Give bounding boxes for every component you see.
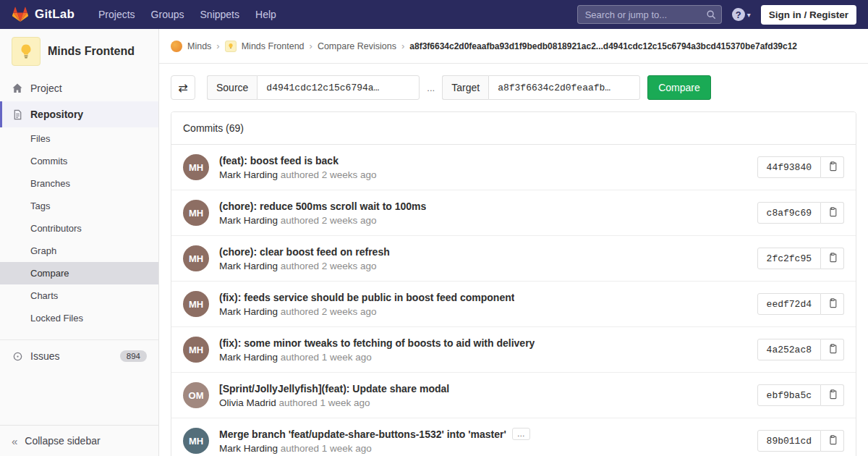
commit-sha-link[interactable]: eedf72d4 [757, 293, 821, 315]
commit-title-link[interactable]: (fix): some minor tweaks to fetching of … [219, 337, 535, 349]
commit-author-avatar: MH [183, 291, 209, 317]
commit-sha-group: ebf9ba5c [757, 384, 844, 406]
commit-meta: Mark Harding authored 1 week ago [219, 352, 747, 363]
commit-author-link[interactable]: Mark Harding [219, 352, 278, 363]
commit-sha-link[interactable]: 44f93840 [757, 156, 821, 178]
sidebar-section-repository: Repository Files Commits Branches Tags [0, 101, 158, 329]
commit-authored-time: authored 1 week ago [278, 352, 372, 363]
sidebar-item-repository[interactable]: Repository [0, 101, 158, 127]
breadcrumb-page-link[interactable]: Compare Revisions [318, 41, 396, 51]
copy-sha-button[interactable] [821, 156, 844, 178]
main-content: Minds › Minds Frontend › Compare Revisio… [159, 29, 868, 456]
commit-title-link[interactable]: Merge branch 'feat/update-share-buttons-… [219, 428, 506, 440]
commit-meta: Mark Harding authored 2 weeks ago [219, 169, 747, 180]
collapse-label: Collapse sidebar [25, 435, 100, 447]
commit-title-link[interactable]: (chore): reduce 500ms scroll wait to 100… [219, 200, 426, 212]
sidebar-subitem[interactable]: Locked Files [0, 307, 158, 329]
sign-in-button[interactable]: Sign in / Register [761, 5, 856, 25]
navbar-menu-item[interactable]: Help [247, 2, 284, 27]
gitlab-home-link[interactable]: GitLab [12, 7, 75, 23]
commit-info: [Sprint/JollyJellyfish](feat): Update sh… [219, 383, 747, 408]
swap-revisions-button[interactable]: ⇄ [171, 75, 195, 100]
sidebar-subitem[interactable]: Compare [0, 262, 158, 284]
copy-sha-button[interactable] [821, 430, 844, 452]
copy-sha-button[interactable] [821, 293, 844, 315]
sidebar-subitem[interactable]: Commits [0, 150, 158, 172]
navbar-menu-item[interactable]: Snippets [192, 2, 247, 27]
sidebar-item-project[interactable]: Project [0, 75, 158, 101]
sidebar-item-label: Project [30, 83, 62, 94]
sidebar-subitem[interactable]: Branches [0, 172, 158, 195]
breadcrumb-group-link[interactable]: Minds [187, 41, 211, 51]
commit-meta: Mark Harding authored 1 week ago [219, 443, 747, 454]
commit-info: (feat): boost feed is back Mark Harding … [219, 155, 747, 180]
top-navbar: GitLab Projects Groups Snippets Help ? [0, 0, 868, 29]
commit-description-toggle[interactable]: … [512, 428, 530, 440]
commit-author-link[interactable]: Mark Harding [219, 169, 278, 180]
clipboard-icon [827, 161, 838, 174]
commit-info: (chore): reduce 500ms scroll wait to 100… [219, 200, 747, 226]
navbar-right: ? ▾ Sign in / Register [577, 5, 856, 25]
source-ref-dropdown[interactable]: d4941cdc12c15c6794a… [257, 75, 420, 100]
navbar-menu-item[interactable]: Groups [143, 2, 192, 27]
target-label: Target [442, 75, 488, 100]
sidebar-item-issues[interactable]: Issues 894 [0, 343, 158, 369]
commit-author-link[interactable]: Olivia Madrid [219, 397, 276, 408]
copy-sha-button[interactable] [821, 339, 844, 360]
commit-title-link[interactable]: (chore): clear boost feed on refresh [219, 246, 390, 258]
copy-sha-button[interactable] [821, 202, 844, 224]
commit-author-link[interactable]: Mark Harding [219, 443, 278, 454]
sidebar-subitem[interactable]: Graph [0, 240, 158, 262]
chevron-right-icon: › [401, 41, 404, 51]
commit-title-link[interactable]: (feat): boost feed is back [219, 155, 339, 166]
collapse-sidebar-button[interactable]: « Collapse sidebar [0, 425, 158, 456]
repository-submenu: Files Commits Branches Tags Contributors… [0, 127, 158, 329]
commit-title-line: (chore): reduce 500ms scroll wait to 100… [219, 200, 747, 212]
compare-button[interactable]: Compare [647, 75, 711, 100]
commit-meta: Olivia Madrid authored 1 week ago [219, 397, 747, 408]
sidebar-subitem[interactable]: Tags [0, 195, 158, 217]
copy-sha-button[interactable] [821, 248, 844, 269]
breadcrumb-project-link[interactable]: Minds Frontend [242, 41, 305, 51]
target-ref-dropdown[interactable]: a8f3f6634c2d0feaafb… [488, 75, 640, 100]
gitlab-logo-icon [12, 7, 29, 23]
minds-group-avatar [171, 41, 182, 52]
commit-sha-link[interactable]: ebf9ba5c [757, 384, 821, 406]
commit-title-line: (fix): some minor tweaks to fetching of … [219, 337, 747, 349]
sidebar-subitem[interactable]: Charts [0, 284, 158, 307]
commit-authored-time: authored 2 weeks ago [278, 261, 377, 271]
sidebar-nav: Project Repository Files Commi [0, 75, 158, 369]
commit-sha-link[interactable]: 89b011cd [757, 430, 821, 452]
commit-title-link[interactable]: [Sprint/JollyJellyfish](feat): Update sh… [219, 383, 449, 394]
commit-title-line: Merge branch 'feat/update-share-buttons-… [219, 428, 747, 440]
commit-sha-group: 89b011cd [757, 430, 844, 452]
commits-panel: Commits (69) MH (feat): boost feed is ba… [171, 111, 856, 456]
project-context-link[interactable]: Minds Frontend [0, 29, 158, 75]
home-icon [12, 83, 23, 94]
commit-author-link[interactable]: Mark Harding [219, 215, 278, 226]
commit-title-link[interactable]: (fix): feeds service should be public in… [219, 292, 514, 303]
commit-sha-link[interactable]: c8af9c69 [757, 202, 821, 224]
commit-list: MH (feat): boost feed is back Mark Hardi… [171, 145, 856, 456]
commit-sha-link[interactable]: 2fc2fc95 [757, 248, 821, 269]
search-input[interactable] [577, 5, 722, 24]
commit-row: MH (fix): some minor tweaks to fetching … [171, 327, 856, 373]
commit-sha-link[interactable]: 4a252ac8 [757, 339, 821, 360]
navbar-menu-item[interactable]: Projects [90, 2, 143, 27]
commit-meta: Mark Harding authored 2 weeks ago [219, 215, 747, 226]
help-dropdown[interactable]: ? ▾ [732, 8, 751, 21]
commit-author-link[interactable]: Mark Harding [219, 261, 278, 271]
copy-sha-button[interactable] [821, 384, 844, 406]
chevron-right-icon: › [216, 41, 219, 51]
source-input-group: Source d4941cdc12c15c6794a… [207, 75, 420, 100]
source-label: Source [207, 75, 257, 100]
project-title: Minds Frontend [48, 45, 135, 58]
clipboard-icon [827, 207, 838, 219]
sidebar-subitem[interactable]: Contributors [0, 217, 158, 240]
sidebar-subitem[interactable]: Files [0, 127, 158, 150]
commit-author-avatar: MH [183, 154, 209, 180]
commit-title-line: (chore): clear boost feed on refresh [219, 246, 747, 258]
commit-author-link[interactable]: Mark Harding [219, 306, 278, 317]
commit-row: OM [Sprint/JollyJellyfish](feat): Update… [171, 373, 856, 418]
question-icon: ? [732, 8, 745, 21]
